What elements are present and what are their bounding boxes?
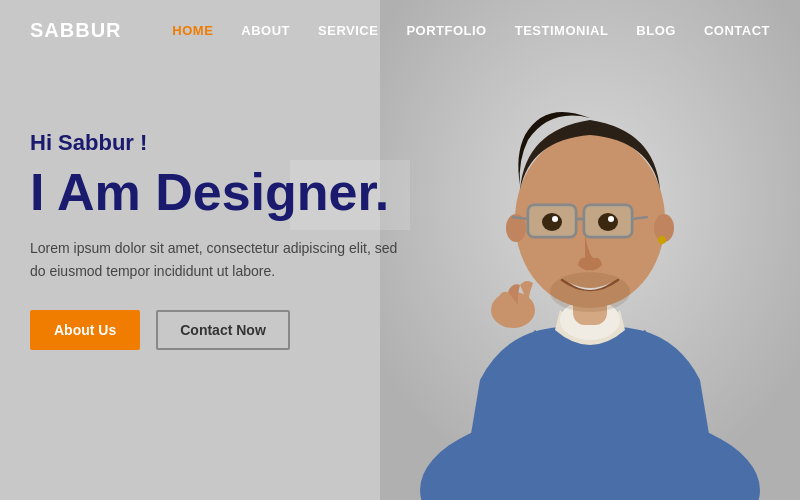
hero-greeting: Hi Sabbur ! (30, 130, 410, 156)
svg-point-17 (552, 216, 558, 222)
nav-link-blog[interactable]: BLOG (636, 23, 676, 38)
nav-item-testimonial[interactable]: TESTIMONIAL (515, 21, 609, 39)
nav-item-service[interactable]: SERVICE (318, 21, 378, 39)
navbar: SABBUR HOME ABOUT SERVICE PORTFOLIO TEST… (0, 0, 800, 60)
hero-buttons: About Us Contact Now (30, 310, 410, 350)
hero-title-prefix: I Am (30, 163, 155, 221)
nav-item-blog[interactable]: BLOG (636, 21, 676, 39)
nav-link-testimonial[interactable]: TESTIMONIAL (515, 23, 609, 38)
hero-description: Lorem ipsum dolor sit amet, consectetur … (30, 237, 410, 282)
nav-link-contact[interactable]: CONTACT (704, 23, 770, 38)
nav-link-portfolio[interactable]: PORTFOLIO (406, 23, 486, 38)
nav-links: HOME ABOUT SERVICE PORTFOLIO TESTIMONIAL… (172, 21, 770, 39)
svg-point-16 (598, 213, 618, 231)
about-us-button[interactable]: About Us (30, 310, 140, 350)
nav-link-about[interactable]: ABOUT (241, 23, 290, 38)
hero-title: I Am Designer. (30, 164, 410, 221)
nav-item-home[interactable]: HOME (172, 21, 213, 39)
nav-item-contact[interactable]: CONTACT (704, 21, 770, 39)
nav-link-service[interactable]: SERVICE (318, 23, 378, 38)
svg-point-18 (608, 216, 614, 222)
svg-point-7 (658, 236, 666, 244)
svg-point-15 (542, 213, 562, 231)
brand-logo: SABBUR (30, 19, 122, 42)
nav-item-portfolio[interactable]: PORTFOLIO (406, 21, 486, 39)
person-image (380, 0, 800, 500)
contact-now-button[interactable]: Contact Now (156, 310, 290, 350)
hero-section: SABBUR HOME ABOUT SERVICE PORTFOLIO TEST… (0, 0, 800, 500)
hero-title-highlight: Designer. (155, 163, 389, 221)
nav-link-home[interactable]: HOME (172, 23, 213, 38)
nav-item-about[interactable]: ABOUT (241, 21, 290, 39)
svg-point-19 (550, 272, 630, 312)
hero-content: Hi Sabbur ! I Am Designer. Lorem ipsum d… (30, 130, 410, 350)
